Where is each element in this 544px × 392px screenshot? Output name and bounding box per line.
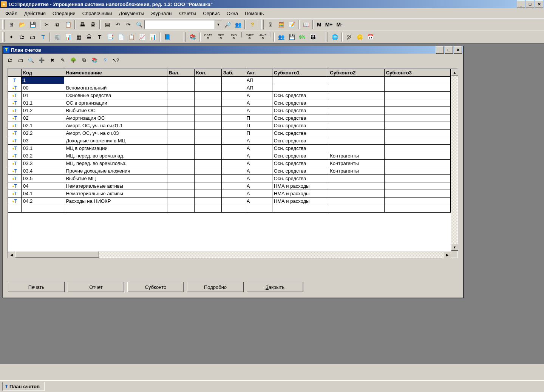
grid-cell[interactable] [194,137,221,145]
grid-header-5[interactable]: Заб. [221,69,245,77]
table-row[interactable]: Т04.2Расходы на НИОКРАНМА и расходы [8,198,451,205]
report-icon-5[interactable]: T [94,32,105,42]
report-icon-7[interactable]: 📄 [116,32,126,42]
report-icon-9[interactable]: 📈 [137,32,147,42]
grid-cell[interactable] [167,175,194,182]
grid-cell[interactable] [384,84,450,92]
people-icon-1[interactable]: 👥 [276,32,286,42]
grid-cell[interactable] [328,107,384,114]
grid-cell[interactable]: АП [245,77,272,84]
grid-cell[interactable]: МЦ, перед. во врем.польз. [64,160,167,167]
grid-cell[interactable] [194,114,221,122]
grid-cell[interactable]: Осн. средства [272,167,328,175]
grid-cell[interactable] [221,190,245,198]
menu-4[interactable]: Документы [116,10,147,17]
grid-cell[interactable] [384,92,450,99]
vertical-scrollbar[interactable]: ▲ ▼ [451,69,457,251]
grid-cell[interactable]: Осн. средства [272,107,328,114]
grid-cell[interactable] [167,160,194,167]
ct-tree-icon[interactable]: 🌳 [68,55,78,65]
ct-delete-icon[interactable]: ✖ [47,55,57,65]
table-row[interactable]: Т02.2Аморт. ОС, уч. на сч.03ПОсн. средст… [8,130,451,137]
grid-cell[interactable] [167,84,194,92]
doc-type-icon-0[interactable]: ПЛАТ⚙ [202,32,215,42]
grid-cell[interactable]: 03.4 [22,167,64,175]
grid-cell[interactable] [328,84,384,92]
grid-cell[interactable] [221,130,245,137]
memory-mplus-button[interactable]: M+ [323,19,335,30]
grid-cell[interactable] [167,137,194,145]
people-icon-2[interactable]: 👪 [308,32,318,42]
chart-icon[interactable]: 📊 [147,32,158,42]
maximize-button[interactable]: □ [526,0,534,8]
table-row[interactable]: Т03.4Прочие доходные вложенияАОсн. средс… [8,167,451,175]
grid-header-7[interactable]: Субконто1 [272,69,328,77]
grid-cell[interactable]: Нематериальные активы [64,190,167,198]
grid-cell[interactable] [384,137,450,145]
grid-cell[interactable]: А [245,167,272,175]
grid-cell[interactable] [194,130,221,137]
grid-cell[interactable]: П [245,122,272,130]
grid-cell[interactable] [194,160,221,167]
grid-cell[interactable]: Доходные вложения в МЦ [64,137,167,145]
cut-icon[interactable]: ✂ [42,19,52,30]
grid-cell[interactable]: 02.2 [22,130,64,137]
grid-cell[interactable] [328,175,384,182]
grid-cell[interactable]: МЦ, перед. во врем.влад. [64,152,167,160]
grid-cell[interactable]: 01 [22,92,64,99]
grid-cell[interactable]: 02 [22,114,64,122]
copy-icon[interactable]: ⧉ [52,19,63,30]
grid-cell[interactable] [272,84,328,92]
books-icon[interactable]: 📚 [187,32,198,42]
save-icon[interactable]: 💾 [27,19,38,30]
grid-cell[interactable]: Осн. средства [272,160,328,167]
grid-cell[interactable] [194,92,221,99]
grid-header-0[interactable] [8,69,22,77]
grid-cell[interactable] [328,122,384,130]
grid-cell[interactable] [167,198,194,205]
grid-cell[interactable]: 03.2 [22,152,64,160]
grid-header-9[interactable]: Субконто3 [384,69,450,77]
grid-cell[interactable] [384,99,450,107]
grid-cell[interactable]: 04 [22,182,64,190]
grid-cell[interactable]: А [245,190,272,198]
grid-cell[interactable] [221,152,245,160]
grid-cell[interactable] [328,99,384,107]
grid-cell[interactable]: Основные средства [64,92,167,99]
grid-cell[interactable] [384,122,450,130]
grid-cell[interactable] [167,130,194,137]
paste-icon[interactable]: 📋 [63,19,73,30]
grid-cell[interactable]: Осн. средства [272,137,328,145]
grid-cell[interactable]: 03.1 [22,145,64,152]
search-input[interactable] [144,20,215,29]
grid-cell[interactable] [328,145,384,152]
grid-cell[interactable] [167,182,194,190]
grid-cell[interactable] [328,182,384,190]
grid-cell[interactable]: МЦ в организации [64,145,167,152]
menu-0[interactable]: Файл [2,10,20,17]
grid-cell[interactable] [328,114,384,122]
grid-cell[interactable]: Контрагенты [328,160,384,167]
table-row[interactable]: Т04.1Нематериальные активыАНМА и расходы [8,190,451,198]
grid-cell[interactable]: А [245,137,272,145]
grid-cell[interactable] [221,145,245,152]
bird-icon[interactable]: 🕊 [344,32,354,42]
grid-cell[interactable]: 04.2 [22,198,64,205]
grid-header-6[interactable]: Акт. [245,69,272,77]
globe-icon[interactable]: 🌐 [329,32,340,42]
grid-cell[interactable]: 03.3 [22,160,64,167]
table-row[interactable]: Т03.1МЦ в организацииАОсн. средства [8,145,451,152]
find-prev-icon[interactable]: 👥 [233,19,243,30]
find-next-icon[interactable]: 🔎 [222,19,233,30]
table-row[interactable]: Т04Нематериальные активыАНМА и расходы [8,182,451,190]
grid-cell[interactable]: Осн. средства [272,122,328,130]
menu-1[interactable]: Действия [21,10,49,17]
grid-cell[interactable] [167,167,194,175]
grid-cell[interactable]: 00 [22,84,64,92]
redo-icon[interactable]: ↷ [123,19,134,30]
grid-cell[interactable] [221,122,245,130]
menu-9[interactable]: Помощь [242,10,267,17]
grid-cell[interactable]: 04.1 [22,190,64,198]
grid-cell[interactable] [221,175,245,182]
grid-cell[interactable] [194,84,221,92]
